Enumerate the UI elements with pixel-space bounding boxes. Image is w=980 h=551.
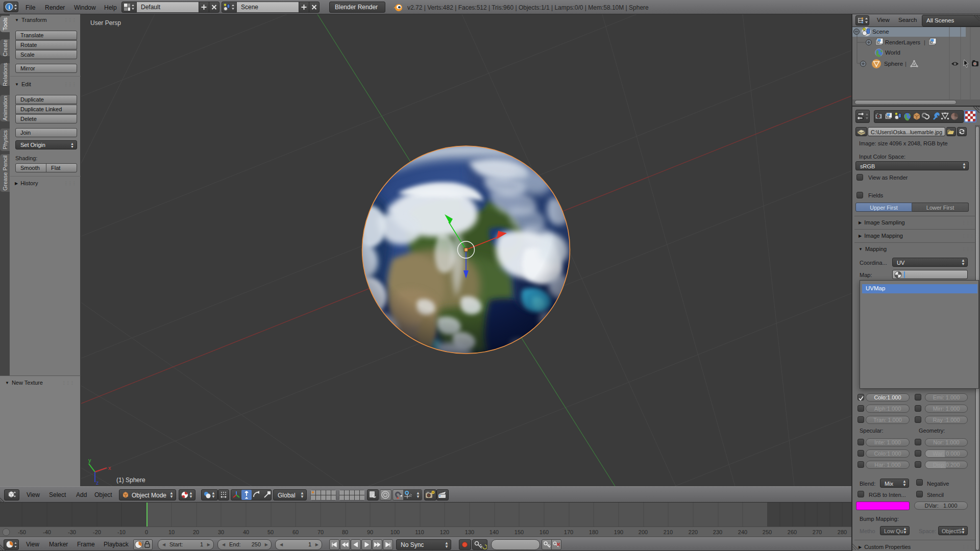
svg-text:-10: -10: [117, 529, 126, 535]
svg-text:x: x: [108, 465, 111, 471]
svg-text:110: 110: [415, 529, 424, 535]
svg-text:90: 90: [367, 529, 373, 535]
svg-text:100: 100: [390, 529, 400, 535]
svg-text:|: |: [905, 61, 906, 67]
svg-text:270: 270: [813, 529, 822, 535]
svg-text:y: y: [88, 457, 91, 463]
svg-text:30: 30: [218, 529, 224, 535]
svg-text:120: 120: [440, 529, 449, 535]
svg-text:|: |: [924, 39, 925, 45]
svg-text:150: 150: [514, 529, 524, 535]
svg-text:-40: -40: [43, 529, 51, 535]
svg-text:130: 130: [465, 529, 474, 535]
svg-text:210: 210: [664, 529, 673, 535]
svg-text:200: 200: [639, 529, 648, 535]
svg-text:160: 160: [540, 529, 549, 535]
svg-text:140: 140: [489, 529, 499, 535]
svg-text:260: 260: [788, 529, 797, 535]
svg-text:60: 60: [292, 529, 299, 535]
svg-text:80: 80: [342, 529, 348, 535]
svg-text:220: 220: [689, 529, 698, 535]
svg-text:70: 70: [317, 529, 324, 535]
svg-text:Sphere: Sphere: [884, 61, 903, 67]
svg-text:-20: -20: [93, 529, 101, 535]
svg-text:-30: -30: [68, 529, 76, 535]
svg-text:20: 20: [193, 529, 199, 535]
svg-text:10: 10: [168, 529, 175, 535]
svg-text:250: 250: [763, 529, 772, 535]
svg-text:240: 240: [738, 529, 747, 535]
svg-text:-50: -50: [18, 529, 26, 535]
svg-text:170: 170: [564, 529, 573, 535]
svg-text:User Persp: User Persp: [90, 19, 121, 27]
svg-text:280: 280: [838, 529, 847, 535]
svg-text:180: 180: [589, 529, 598, 535]
svg-text:i: i: [8, 4, 10, 10]
svg-text:z: z: [96, 480, 99, 486]
svg-text:50: 50: [267, 529, 274, 535]
svg-text:0: 0: [145, 529, 148, 535]
svg-text:RenderLayers: RenderLayers: [885, 39, 921, 45]
svg-text:Scene: Scene: [872, 29, 889, 35]
svg-text:World: World: [885, 49, 900, 56]
svg-text:40: 40: [243, 529, 249, 535]
svg-text:(1) Sphere: (1) Sphere: [116, 477, 145, 484]
svg-text:230: 230: [713, 529, 722, 535]
svg-text:190: 190: [614, 529, 623, 535]
